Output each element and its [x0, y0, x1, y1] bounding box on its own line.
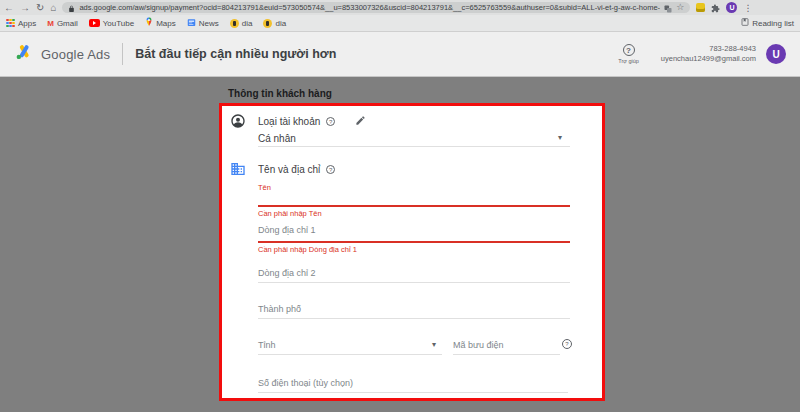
bookmark-label: dia: [242, 19, 253, 28]
account-type-help-icon[interactable]: ?: [326, 117, 335, 126]
name-error-text: Cần phải nhập Tên: [258, 209, 322, 218]
bookmark-label: YouTube: [103, 19, 134, 28]
postal-underline: [453, 354, 560, 355]
account-type-label: Loại tài khoản: [258, 116, 320, 127]
news-icon: [187, 18, 196, 29]
help-icon: ?: [623, 44, 635, 56]
bookmark-label: News: [199, 19, 219, 28]
translate-icon[interactable]: [664, 2, 672, 13]
form-section-heading: Thông tin khách hàng: [228, 88, 332, 99]
lock-icon: [68, 2, 75, 13]
account-info: 783-288-4943 uyenchau12499@gmail.com: [661, 44, 756, 64]
province-select[interactable]: Tỉnh: [258, 340, 276, 350]
gmail-icon: M: [47, 19, 54, 28]
product-name: Google Ads: [41, 47, 110, 62]
bookmark-dia-2[interactable]: dia: [263, 19, 286, 28]
postal-help-icon[interactable]: ?: [562, 339, 572, 349]
name-address-row: Tên và địa chỉ ?: [258, 164, 335, 175]
extension-ads-icon[interactable]: [696, 3, 705, 12]
address2-underline: [258, 282, 570, 283]
reading-list-label: Reading list: [752, 19, 794, 28]
address1-error-text: Cần phải nhập Dòng địa chỉ 1: [258, 245, 357, 254]
page-title: Bắt đầu tiếp cận nhiều người hơn: [135, 47, 336, 61]
phone-input[interactable]: Số điện thoại (tùy chọn): [258, 378, 353, 388]
address1-underline-error: [258, 241, 570, 243]
browser-menu-icon[interactable]: ⋮: [743, 3, 752, 13]
account-phone: 783-288-4943: [661, 44, 756, 54]
account-type-underline: [258, 146, 570, 147]
dia-icon: [230, 19, 239, 28]
province-underline: [258, 354, 442, 355]
home-icon[interactable]: ⌂: [50, 3, 56, 13]
name-address-label: Tên và địa chỉ: [258, 164, 320, 175]
bookmark-label: dia: [275, 19, 286, 28]
account-type-chevron-down-icon[interactable]: ▾: [558, 134, 562, 142]
phone-underline: [258, 392, 568, 393]
bookmark-label: Gmail: [57, 19, 78, 28]
dia-icon: [263, 19, 272, 28]
bookmark-maps[interactable]: Maps: [145, 17, 176, 29]
bookmark-dia-1[interactable]: dia: [230, 19, 253, 28]
account-circle-icon: [230, 113, 246, 133]
account-type-row: Loại tài khoản ?: [258, 115, 366, 128]
help-label: Trợ giúp: [618, 58, 639, 64]
city-underline: [258, 318, 570, 319]
reload-icon[interactable]: ↻: [36, 3, 44, 13]
building-icon: [230, 161, 246, 181]
postal-code-input[interactable]: Mã bưu điện: [453, 340, 504, 350]
browser-profile-avatar[interactable]: U: [726, 2, 737, 13]
help-button[interactable]: ? Trợ giúp: [618, 44, 639, 64]
reading-list-button[interactable]: Reading list: [741, 18, 794, 28]
url-text: ads.google.com/aw/signup/payment?ocid=80…: [79, 3, 660, 12]
bookmark-star-icon[interactable]: ☆: [676, 3, 684, 12]
bookmark-news[interactable]: News: [187, 18, 219, 29]
header-avatar[interactable]: U: [766, 44, 786, 64]
google-ads-logo-icon: [14, 43, 34, 65]
province-chevron-down-icon[interactable]: ▾: [432, 341, 436, 349]
bookmarks-bar: Apps M Gmail YouTube Maps: [0, 15, 800, 32]
reading-list-icon: [741, 18, 749, 28]
customer-info-card: Loại tài khoản ? Cá nhân ▾ Tên và địa ch…: [219, 103, 605, 401]
apps-grid-icon: [6, 19, 15, 28]
name-address-help-icon[interactable]: ?: [326, 165, 335, 174]
forward-icon[interactable]: →: [20, 3, 30, 13]
address1-input[interactable]: Dòng địa chỉ 1: [258, 225, 316, 235]
bookmark-label: Apps: [18, 19, 36, 28]
address-bar[interactable]: ads.google.com/aw/signup/payment?ocid=80…: [62, 2, 690, 13]
edit-pencil-icon[interactable]: [355, 115, 366, 128]
address2-input[interactable]: Dòng địa chỉ 2: [258, 268, 316, 278]
app-header: Google Ads Bắt đầu tiếp cận nhiều người …: [0, 32, 800, 77]
city-input[interactable]: Thành phố: [258, 304, 301, 314]
account-email: uyenchau12499@gmail.com: [661, 54, 756, 64]
youtube-icon: [89, 19, 100, 27]
browser-toolbar: ← → ↻ ⌂ ads.google.com/aw/signup/payment…: [0, 0, 800, 15]
bookmark-gmail[interactable]: M Gmail: [47, 19, 78, 28]
bookmark-label: Maps: [156, 19, 176, 28]
screen: ← → ↻ ⌂ ads.google.com/aw/signup/payment…: [0, 0, 800, 412]
name-input[interactable]: [258, 191, 570, 205]
bookmark-apps[interactable]: Apps: [6, 19, 36, 28]
bookmark-youtube[interactable]: YouTube: [89, 19, 134, 28]
account-type-select[interactable]: Cá nhân: [258, 133, 296, 144]
header-divider: [122, 43, 123, 65]
name-underline-error: [258, 205, 570, 207]
back-icon[interactable]: ←: [4, 3, 14, 13]
maps-pin-icon: [145, 17, 153, 29]
